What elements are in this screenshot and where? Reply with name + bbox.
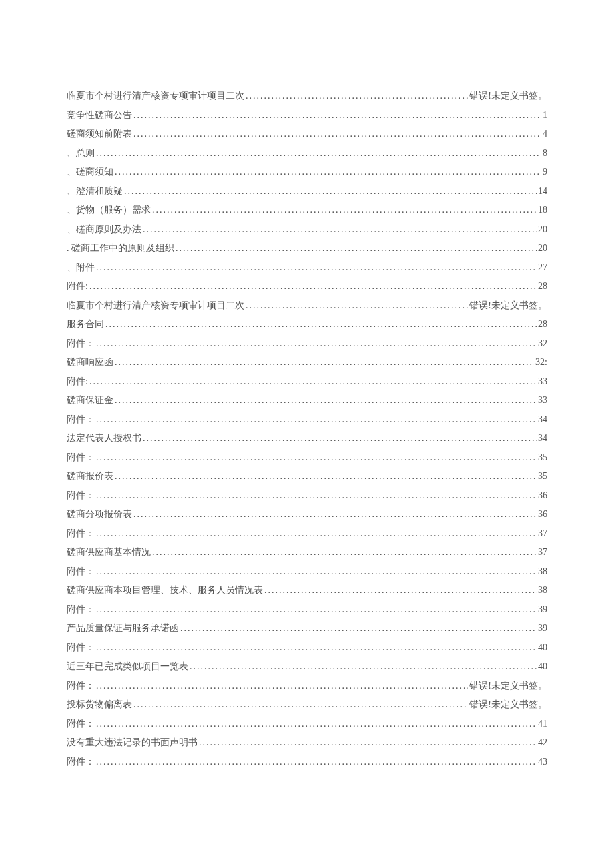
toc-leader-dots (133, 106, 541, 125)
toc-leader-dots (96, 486, 537, 506)
toc-leader-dots (96, 258, 537, 278)
toc-row[interactable]: 附件：40 (67, 638, 547, 658)
toc-leader-dots (190, 657, 537, 677)
toc-row[interactable]: 没有重大违法记录的书面声明书42 (67, 733, 547, 753)
toc-row[interactable]: 附件：35 (67, 448, 547, 468)
toc-page-number: 38 (538, 581, 547, 600)
toc-row[interactable]: 附件：39 (67, 600, 547, 620)
toc-page-number: 28 (538, 277, 547, 296)
toc-leader-dots (96, 753, 537, 772)
toc-page-number: 18 (538, 201, 547, 220)
toc-page-number: 36 (538, 505, 547, 524)
toc-row[interactable]: 磋商供应商本项目管理、技术、服务人员情况表38 (67, 581, 547, 600)
toc-title: 磋商分项报价表 (67, 505, 132, 524)
toc-page-number: 4 (543, 125, 547, 144)
toc-row[interactable]: 临夏市个村进行清产核资专项审计项目二次错误!未定义书签。 (67, 87, 547, 106)
toc-page-number: 39 (538, 600, 547, 620)
toc-row[interactable]: 近三年已完成类似项目一览表40 (67, 657, 547, 677)
toc-row[interactable]: 、附件27 (67, 258, 547, 278)
toc-row[interactable]: 附件：36 (67, 486, 547, 506)
toc-leader-dots (115, 467, 537, 486)
toc-row[interactable]: 磋商保证金33 (67, 391, 547, 410)
toc-title: 磋商供应商本项目管理、技术、服务人员情况表 (67, 581, 263, 600)
toc-title: 、附件 (67, 258, 95, 278)
toc-row[interactable]: 、澄清和质疑14 (67, 182, 547, 201)
toc-row[interactable]: 磋商须知前附表4 (67, 125, 547, 144)
toc-leader-dots (124, 182, 537, 201)
toc-page-number: 20 (538, 220, 547, 240)
toc-row[interactable]: 附件:28 (67, 277, 547, 296)
toc-leader-dots (246, 87, 468, 106)
toc-row[interactable]: 法定代表人授权书34 (67, 429, 547, 448)
toc-row[interactable]: 、磋商须知9 (67, 163, 547, 182)
toc-title: 附件： (67, 562, 95, 582)
toc-title: 、货物（服务）需求 (67, 201, 151, 220)
toc-page-number: 37 (538, 543, 547, 562)
toc-title: 竞争性磋商公告 (67, 106, 132, 125)
toc-page-number: 14 (538, 182, 547, 201)
toc-row[interactable]: 附件：38 (67, 562, 547, 582)
toc-page-number: 36 (538, 486, 547, 506)
toc-leader-dots (96, 600, 537, 620)
toc-row[interactable]: 投标货物偏离表错误!未定义书签。 (67, 695, 547, 715)
toc-row[interactable]: 竞争性磋商公告1 (67, 106, 547, 125)
toc-title: 临夏市个村进行清产核资专项审计项目二次 (67, 87, 244, 106)
table-of-contents: 临夏市个村进行清产核资专项审计项目二次错误!未定义书签。竞争性磋商公告1磋商须知… (67, 87, 547, 771)
toc-leader-dots (96, 448, 537, 468)
toc-title: 临夏市个村进行清产核资专项审计项目二次 (67, 296, 244, 316)
toc-title: 、总则 (67, 144, 95, 163)
toc-row[interactable]: 附件：37 (67, 524, 547, 544)
toc-row[interactable]: 磋商分项报价表36 (67, 505, 547, 524)
toc-page-number: 39 (538, 619, 547, 638)
toc-row[interactable]: 服务合同28 (67, 315, 547, 334)
toc-leader-dots (96, 638, 537, 658)
toc-title: 附件： (67, 486, 95, 506)
toc-row[interactable]: 磋商响应函32: (67, 353, 547, 372)
toc-leader-dots (143, 220, 537, 240)
toc-page-number: 40 (538, 657, 547, 677)
toc-row[interactable]: . 磋商工作中的原则及组织20 (67, 239, 547, 258)
toc-title: 法定代表人授权书 (67, 429, 141, 448)
toc-title: 附件： (67, 638, 95, 658)
toc-row[interactable]: 临夏市个村进行清产核资专项审计项目二次错误!未定义书签。 (67, 296, 547, 316)
toc-page-number: 35 (538, 467, 547, 486)
toc-title: 附件： (67, 715, 95, 734)
toc-title: 服务合同 (67, 315, 104, 334)
toc-leader-dots (199, 733, 537, 753)
toc-row[interactable]: 磋商供应商基本情况37 (67, 543, 547, 562)
toc-leader-dots (96, 562, 537, 582)
toc-row[interactable]: 附件：34 (67, 410, 547, 430)
toc-title: 、澄清和质疑 (67, 182, 123, 201)
toc-leader-dots (264, 581, 537, 600)
toc-page-number: 32 (538, 334, 547, 354)
toc-row[interactable]: 附件：32 (67, 334, 547, 354)
toc-title: 附件： (67, 410, 95, 430)
toc-leader-dots (115, 163, 541, 182)
toc-leader-dots (96, 715, 537, 734)
toc-row[interactable]: 附件：43 (67, 753, 547, 772)
toc-row[interactable]: 附件：41 (67, 715, 547, 734)
toc-page-number: 33 (538, 391, 547, 410)
toc-row[interactable]: 、货物（服务）需求18 (67, 201, 547, 220)
toc-page-number: 35 (538, 448, 547, 468)
toc-page-number: 20 (538, 239, 547, 258)
toc-page-number: 41 (538, 715, 547, 734)
toc-title: 附件： (67, 524, 95, 544)
toc-title: . 磋商工作中的原则及组织 (67, 239, 174, 258)
toc-leader-dots (133, 125, 541, 144)
toc-row[interactable]: 、总则8 (67, 144, 547, 163)
toc-row[interactable]: 磋商报价表35 (67, 467, 547, 486)
toc-leader-dots (152, 543, 537, 562)
toc-leader-dots (180, 619, 537, 638)
toc-page-number: 错误!未定义书签。 (469, 677, 547, 696)
toc-page-number: 1 (543, 106, 547, 125)
toc-title: 附件: (67, 372, 88, 392)
toc-leader-dots (176, 239, 537, 258)
toc-title: 附件： (67, 753, 95, 772)
toc-row[interactable]: 、磋商原则及办法20 (67, 220, 547, 240)
toc-page-number: 42 (538, 733, 547, 753)
toc-leader-dots (152, 201, 537, 220)
toc-row[interactable]: 产品质量保证与服务承诺函39 (67, 619, 547, 638)
toc-row[interactable]: 附件:33 (67, 372, 547, 392)
toc-row[interactable]: 附件：错误!未定义书签。 (67, 677, 547, 696)
